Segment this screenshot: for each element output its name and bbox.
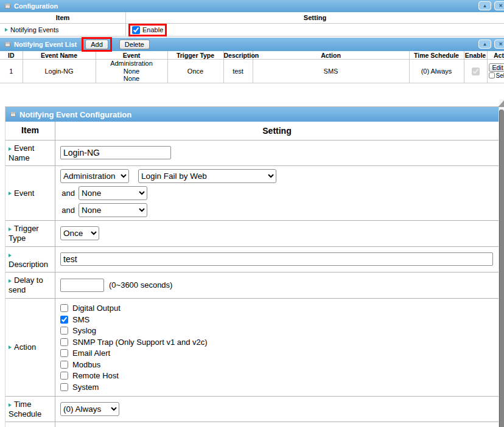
action-option-label: Digital Output — [72, 304, 121, 313]
trigger-type-label: Trigger Type — [5, 221, 55, 246]
panel-title: Notifying Event Configuration — [19, 110, 131, 119]
action-option-label: Remote Host — [72, 371, 119, 380]
description-input[interactable] — [60, 252, 493, 266]
col-action: Action — [253, 51, 409, 60]
event-line: None — [96, 68, 167, 75]
event-list-table: ID Event Name Event Trigger Type Descrip… — [0, 51, 504, 83]
edit-button[interactable]: Edit — [489, 63, 504, 72]
event-config-panel-header: Notifying Event Configuration — [5, 107, 499, 122]
action-option-checkbox[interactable] — [60, 316, 68, 324]
cell-event-name: Login-NG — [23, 60, 96, 83]
bullet-arrow-icon — [9, 192, 12, 195]
highlight-box-enable: Enable — [128, 24, 167, 36]
table-row: 1 Login-NG Administration None None Once… — [0, 60, 504, 83]
bullet-arrow-icon — [9, 147, 12, 151]
event-type-select[interactable]: Login Fail by Web — [138, 169, 276, 183]
col-id: ID — [0, 51, 23, 60]
add-button[interactable]: Add — [85, 40, 108, 49]
column-header-item: Item — [5, 122, 55, 140]
action-option: Syslog — [60, 325, 96, 337]
action-option-label: SNMP Trap (Only Support v1 and v2c) — [72, 338, 208, 347]
action-label: Action — [5, 299, 55, 396]
event-name-row: Event Name — [5, 141, 499, 167]
event-and2-select[interactable]: None — [79, 203, 147, 217]
action-option: SNMP Trap (Only Support v1 and v2c) — [60, 336, 208, 348]
cell-actions: Edit Select — [487, 60, 504, 83]
scrollbar-arrow-icon[interactable] — [498, 100, 504, 107]
event-and1-select[interactable]: None — [79, 186, 147, 200]
notifying-events-setting-cell: Enable — [126, 24, 504, 36]
cell-description: test — [223, 60, 253, 83]
event-list-panel-header: Notifying Event List Add Delete ▴ ✕ — [0, 38, 504, 51]
action-option-label: Modbus — [72, 360, 100, 369]
close-icon[interactable]: ✕ — [494, 40, 504, 49]
cell-trigger-type: Once — [167, 60, 223, 83]
event-list-table-wrapper: ID Event Name Event Trigger Type Descrip… — [0, 51, 504, 83]
notifying-event-list-panel: Notifying Event List Add Delete ▴ ✕ ID E… — [0, 38, 504, 83]
action-option-checkbox[interactable] — [60, 361, 68, 369]
vertical-scrollbar[interactable] — [499, 99, 504, 427]
and-label: and — [60, 206, 75, 215]
action-row: Action Digital Output SMS Syslog SNMP Tr… — [5, 299, 499, 397]
action-option-checkbox[interactable] — [60, 338, 68, 346]
enable-label: Enable — [142, 26, 163, 33]
configuration-panel-header: Configuration ▴ ✕ — [0, 0, 504, 12]
column-header-setting: Setting — [55, 122, 499, 140]
collapse-icon[interactable]: ▴ — [478, 40, 491, 49]
action-option-label: Email Alert — [72, 349, 110, 358]
notifying-event-configuration-panel: Notifying Event Configuration Item Setti… — [5, 106, 499, 427]
bullet-arrow-icon — [9, 254, 12, 257]
event-name-input[interactable] — [60, 146, 171, 159]
event-label: Event — [5, 166, 55, 220]
action-option-checkbox[interactable] — [60, 383, 68, 391]
bullet-arrow-icon — [9, 403, 12, 407]
action-options: Digital Output SMS Syslog SNMP Trap (Onl… — [55, 299, 499, 396]
cell-event: Administration None None — [96, 60, 167, 83]
event-category-select[interactable]: Administration — [60, 169, 129, 183]
panel-icon — [5, 42, 10, 47]
delay-input[interactable] — [60, 279, 104, 292]
col-event: Event — [96, 51, 167, 60]
panel-title: Configuration — [14, 2, 58, 10]
column-header-item: Item — [0, 12, 126, 23]
and-label: and — [60, 189, 75, 198]
form-header-row: Item Setting — [5, 122, 499, 141]
config-table-header-row: Item Setting — [0, 12, 504, 24]
highlight-box-add: Add — [82, 37, 112, 52]
delay-hint: (0~3600 seconds) — [109, 280, 172, 290]
action-option-checkbox[interactable] — [60, 304, 68, 312]
close-icon[interactable]: ✕ — [494, 1, 504, 10]
action-option: System — [60, 381, 99, 393]
bullet-arrow-icon — [5, 28, 8, 32]
col-actions: Actions — [487, 51, 504, 60]
row-select-checkbox[interactable] — [489, 72, 495, 78]
trigger-type-row: Trigger Type Once — [5, 221, 499, 247]
notifying-events-enable-checkbox[interactable] — [132, 26, 140, 34]
time-schedule-select[interactable]: (0) Always — [60, 402, 119, 416]
action-option: Email Alert — [60, 348, 110, 359]
column-header-setting: Setting — [126, 12, 504, 23]
event-line: None — [96, 75, 167, 83]
action-option-checkbox[interactable] — [60, 372, 68, 380]
col-event-name: Event Name — [23, 51, 96, 60]
action-option: Modbus — [60, 359, 100, 370]
time-schedule-row: Time Schedule (0) Always — [5, 397, 499, 423]
select-label: Select — [496, 72, 504, 80]
action-option-checkbox[interactable] — [60, 349, 68, 357]
action-option: Remote Host — [60, 370, 119, 382]
action-option-checkbox[interactable] — [60, 327, 68, 335]
notifying-events-label: Notifying Events — [10, 26, 58, 33]
panel-icon — [10, 112, 16, 117]
scrollbar-thumb[interactable] — [499, 109, 504, 427]
notifying-events-label: Notifying Events — [5, 422, 55, 427]
trigger-type-select[interactable]: Once — [60, 226, 99, 240]
collapse-icon[interactable]: ▴ — [478, 1, 491, 10]
description-row: Description — [5, 247, 499, 273]
time-schedule-label: Time Schedule — [5, 397, 55, 422]
event-row: Event Administration Login Fail by Web a… — [5, 166, 499, 221]
delay-label: Delay to send — [5, 273, 55, 298]
delete-button[interactable]: Delete — [119, 40, 150, 49]
screen: Configuration ▴ ✕ Item Setting Notifying… — [0, 0, 504, 427]
action-option-label: System — [72, 383, 99, 392]
event-name-label: Event Name — [5, 141, 55, 166]
